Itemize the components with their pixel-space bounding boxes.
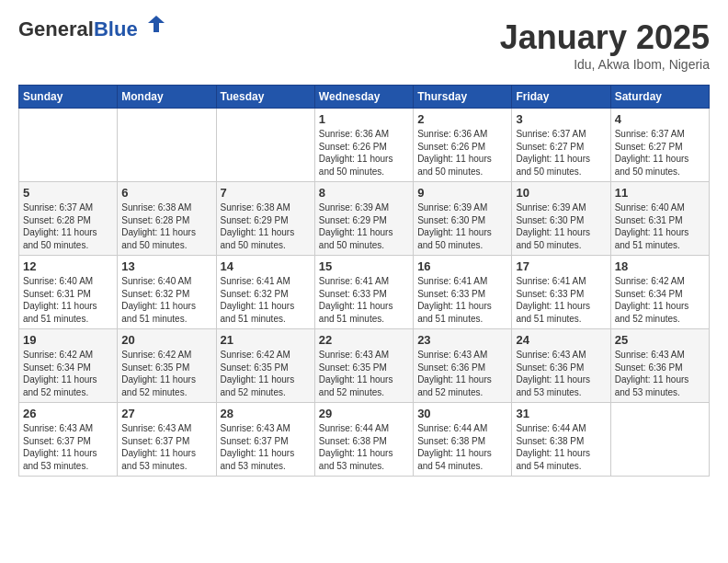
calendar-cell: 2Sunrise: 6:36 AMSunset: 6:26 PMDaylight… [414,109,512,182]
day-number: 29 [319,407,409,420]
day-number: 4 [615,112,705,126]
calendar-cell: 4Sunrise: 6:37 AMSunset: 6:27 PMDaylight… [610,109,709,182]
day-info: Sunrise: 6:42 AMSunset: 6:34 PMDaylight:… [23,349,113,398]
day-info: Sunrise: 6:37 AMSunset: 6:27 PMDaylight:… [516,128,606,178]
calendar-cell: 8Sunrise: 6:39 AMSunset: 6:29 PMDaylight… [314,182,413,256]
weekday-wednesday: Wednesday [314,86,413,109]
day-info: Sunrise: 6:44 AMSunset: 6:38 PMDaylight:… [516,422,606,472]
day-number: 14 [221,259,311,273]
day-number: 28 [221,407,311,420]
day-number: 15 [319,259,409,273]
calendar-cell: 22Sunrise: 6:43 AMSunset: 6:35 PMDayligh… [314,329,413,403]
calendar-cell: 24Sunrise: 6:43 AMSunset: 6:36 PMDayligh… [512,329,610,403]
calendar-cell: 18Sunrise: 6:42 AMSunset: 6:34 PMDayligh… [610,256,709,329]
day-info: Sunrise: 6:43 AMSunset: 6:37 PMDaylight:… [121,422,211,472]
day-info: Sunrise: 6:41 AMSunset: 6:33 PMDaylight:… [516,275,606,325]
calendar-cell: 17Sunrise: 6:41 AMSunset: 6:33 PMDayligh… [512,256,610,329]
day-info: Sunrise: 6:42 AMSunset: 6:34 PMDaylight:… [615,275,705,325]
calendar-cell: 15Sunrise: 6:41 AMSunset: 6:33 PMDayligh… [314,256,413,329]
calendar-cell [19,109,118,182]
calendar-cell: 16Sunrise: 6:41 AMSunset: 6:33 PMDayligh… [414,256,512,329]
calendar-cell: 31Sunrise: 6:44 AMSunset: 6:38 PMDayligh… [512,403,610,477]
calendar-subtitle: Idu, Akwa Ibom, Nigeria [500,57,710,72]
day-info: Sunrise: 6:43 AMSunset: 6:37 PMDaylight:… [23,422,113,472]
day-info: Sunrise: 6:44 AMSunset: 6:38 PMDaylight:… [417,422,507,472]
day-number: 24 [516,333,606,347]
day-number: 22 [319,333,409,347]
logo-general-text: General [18,17,94,40]
header: GeneralBlue January 2025 Idu, Akwa Ibom,… [18,18,710,72]
calendar-cell: 19Sunrise: 6:42 AMSunset: 6:34 PMDayligh… [19,329,118,403]
logo-icon [146,14,166,34]
day-number: 12 [23,259,113,273]
logo-blue-text: Blue [94,17,138,40]
calendar-cell: 12Sunrise: 6:40 AMSunset: 6:31 PMDayligh… [19,256,118,329]
weekday-saturday: Saturday [610,86,709,109]
calendar-row: 12Sunrise: 6:40 AMSunset: 6:31 PMDayligh… [19,256,710,329]
day-info: Sunrise: 6:36 AMSunset: 6:26 PMDaylight:… [417,128,507,178]
calendar-cell: 23Sunrise: 6:43 AMSunset: 6:36 PMDayligh… [414,329,512,403]
calendar-row: 26Sunrise: 6:43 AMSunset: 6:37 PMDayligh… [19,403,710,477]
day-number: 6 [121,186,211,200]
day-number: 10 [516,186,606,200]
calendar-cell [610,403,709,477]
calendar-cell: 1Sunrise: 6:36 AMSunset: 6:26 PMDaylight… [314,109,413,182]
day-info: Sunrise: 6:43 AMSunset: 6:35 PMDaylight:… [319,349,409,398]
weekday-monday: Monday [118,86,216,109]
day-number: 2 [417,112,507,126]
day-info: Sunrise: 6:40 AMSunset: 6:31 PMDaylight:… [23,275,113,325]
calendar-row: 19Sunrise: 6:42 AMSunset: 6:34 PMDayligh… [19,329,710,403]
calendar-table: SundayMondayTuesdayWednesdayThursdayFrid… [18,85,710,477]
day-number: 26 [23,407,113,420]
calendar-cell: 20Sunrise: 6:42 AMSunset: 6:35 PMDayligh… [118,329,216,403]
day-info: Sunrise: 6:37 AMSunset: 6:27 PMDaylight:… [615,128,705,178]
calendar-title: January 2025 [500,18,710,57]
day-info: Sunrise: 6:39 AMSunset: 6:30 PMDaylight:… [417,201,507,251]
calendar-cell: 6Sunrise: 6:38 AMSunset: 6:28 PMDaylight… [118,182,216,256]
day-info: Sunrise: 6:39 AMSunset: 6:29 PMDaylight:… [319,201,409,251]
day-number: 20 [121,333,211,347]
day-info: Sunrise: 6:43 AMSunset: 6:37 PMDaylight:… [221,422,311,472]
calendar-cell: 7Sunrise: 6:38 AMSunset: 6:29 PMDaylight… [216,182,314,256]
day-number: 1 [319,112,409,126]
day-number: 21 [221,333,311,347]
day-info: Sunrise: 6:39 AMSunset: 6:30 PMDaylight:… [516,201,606,251]
calendar-cell: 13Sunrise: 6:40 AMSunset: 6:32 PMDayligh… [118,256,216,329]
day-number: 19 [23,333,113,347]
day-info: Sunrise: 6:38 AMSunset: 6:29 PMDaylight:… [221,201,311,251]
day-number: 9 [417,186,507,200]
day-info: Sunrise: 6:42 AMSunset: 6:35 PMDaylight:… [221,349,311,398]
calendar-cell: 30Sunrise: 6:44 AMSunset: 6:38 PMDayligh… [414,403,512,477]
day-number: 5 [23,186,113,200]
day-number: 8 [319,186,409,200]
day-number: 18 [615,259,705,273]
day-info: Sunrise: 6:41 AMSunset: 6:33 PMDaylight:… [319,275,409,325]
calendar-row: 1Sunrise: 6:36 AMSunset: 6:26 PMDaylight… [19,109,710,182]
day-info: Sunrise: 6:36 AMSunset: 6:26 PMDaylight:… [319,128,409,178]
day-info: Sunrise: 6:43 AMSunset: 6:36 PMDaylight:… [615,349,705,398]
calendar-cell: 5Sunrise: 6:37 AMSunset: 6:28 PMDaylight… [19,182,118,256]
logo: GeneralBlue [18,18,166,40]
day-info: Sunrise: 6:41 AMSunset: 6:32 PMDaylight:… [221,275,311,325]
calendar-cell: 29Sunrise: 6:44 AMSunset: 6:38 PMDayligh… [314,403,413,477]
day-number: 17 [516,259,606,273]
calendar-cell: 25Sunrise: 6:43 AMSunset: 6:36 PMDayligh… [610,329,709,403]
calendar-cell: 14Sunrise: 6:41 AMSunset: 6:32 PMDayligh… [216,256,314,329]
calendar-cell: 21Sunrise: 6:42 AMSunset: 6:35 PMDayligh… [216,329,314,403]
day-info: Sunrise: 6:42 AMSunset: 6:35 PMDaylight:… [121,349,211,398]
weekday-tuesday: Tuesday [216,86,314,109]
day-number: 13 [121,259,211,273]
day-number: 31 [516,407,606,420]
calendar-cell: 3Sunrise: 6:37 AMSunset: 6:27 PMDaylight… [512,109,610,182]
day-number: 7 [221,186,311,200]
day-info: Sunrise: 6:37 AMSunset: 6:28 PMDaylight:… [23,201,113,251]
calendar-cell [118,109,216,182]
weekday-header-row: SundayMondayTuesdayWednesdayThursdayFrid… [19,86,710,109]
day-info: Sunrise: 6:44 AMSunset: 6:38 PMDaylight:… [319,422,409,472]
svg-marker-0 [148,16,165,32]
day-number: 3 [516,112,606,126]
page: GeneralBlue January 2025 Idu, Akwa Ibom,… [0,0,728,486]
weekday-thursday: Thursday [414,86,512,109]
calendar-cell [216,109,314,182]
day-info: Sunrise: 6:43 AMSunset: 6:36 PMDaylight:… [516,349,606,398]
